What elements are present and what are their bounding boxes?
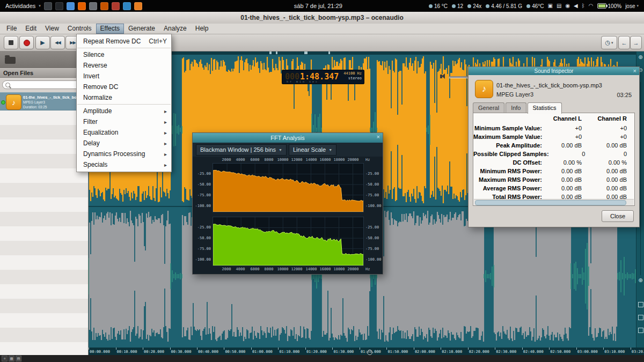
pane-splitter-handle[interactable] — [367, 350, 372, 355]
overview-strip[interactable] — [89, 51, 644, 55]
fft-db-label: -100.00 — [195, 204, 211, 208]
history-button[interactable]: ◷▾ — [601, 36, 617, 49]
cpu-indicator-text: 24x — [473, 3, 481, 9]
sound-inspector-panel[interactable]: Sound Inspector × ♪ 01-the_hives_-_tick_… — [468, 67, 640, 227]
firefox-icon[interactable] — [78, 2, 86, 10]
globe-icon[interactable]: ◉ — [565, 3, 570, 9]
activities-button[interactable]: Actividades — [0, 3, 39, 9]
battery-indicator[interactable]: 100% — [597, 3, 622, 9]
stats-value-channel-l: 0.00 dB — [544, 168, 589, 174]
rail-button[interactable] — [638, 302, 643, 307]
close-icon[interactable]: × — [633, 68, 636, 74]
disk-icon[interactable]: ▤ — [557, 3, 561, 9]
ruler-label: 01:30.000 — [333, 350, 354, 354]
effects-menu-item-amplitude[interactable]: Amplitude▸ — [77, 106, 171, 116]
temperature-indicator[interactable]: 46°C — [526, 3, 544, 9]
effects-menu-item-normalize[interactable]: Normalize — [77, 92, 171, 103]
ruler-label: 00:00.000 — [90, 350, 110, 354]
memory-indicator[interactable]: 4.46 / 5.81 G — [486, 3, 522, 9]
submenu-arrow-icon: ▸ — [164, 141, 167, 146]
temperature-indicator-text: 46°C — [532, 3, 544, 9]
terminal-icon[interactable] — [55, 2, 63, 10]
menubar-item-analyze[interactable]: Analyze — [159, 24, 191, 34]
mail-indicator[interactable]: 12 — [452, 3, 463, 9]
zoom-in-icon[interactable]: ⊕ — [636, 54, 644, 61]
fft-analysis-window[interactable]: FFT Analysis × Blackman Window | 256 bin… — [192, 132, 383, 275]
effects-menu-item-repeat-remove-dc[interactable]: Repeat Remove DCCtrl+Y — [77, 36, 171, 47]
effects-menu-item-silence[interactable]: Silence — [77, 49, 171, 60]
download-manager-icon[interactable] — [112, 2, 120, 10]
zoom-fit-icon[interactable]: ⊕ — [636, 277, 644, 284]
chat-app-icon[interactable] — [123, 2, 131, 10]
inspector-titlebar[interactable]: Sound Inspector × — [469, 67, 639, 75]
rail-button[interactable] — [638, 328, 643, 333]
time-units: hr min sec — [287, 80, 319, 83]
fft-db-label: -50.00 — [365, 236, 382, 240]
navigate-forward-button[interactable]: → — [630, 36, 642, 49]
search-input[interactable] — [12, 82, 83, 88]
effects-menu-item-specials[interactable]: Specials▸ — [77, 159, 171, 170]
wifi-icon[interactable]: ◠ — [589, 3, 594, 9]
user-menu[interactable]: jose ▾ — [625, 3, 642, 9]
effects-menu-item-reverse[interactable]: Reverse — [77, 60, 171, 71]
music-player-icon[interactable] — [100, 2, 108, 10]
rail-button[interactable] — [638, 315, 643, 320]
tab-general[interactable]: General — [473, 102, 504, 113]
stats-value-channel-r: 0 — [592, 151, 634, 157]
menubar-item-controls[interactable]: Controls — [63, 24, 96, 34]
fft-window-selector[interactable]: Blackman Window | 256 bins ▼ — [196, 144, 287, 156]
effects-menu-item-filter[interactable]: Filter▸ — [77, 116, 171, 127]
menubar-item-help[interactable]: Help — [191, 24, 213, 34]
gimp-icon[interactable] — [89, 2, 97, 10]
effects-menu-item-remove-dc[interactable]: Remove DC — [77, 82, 171, 92]
ruler-label: 03:10.000 — [604, 350, 625, 354]
record-button[interactable] — [19, 36, 34, 49]
window-titlebar[interactable]: 01-the_hives_-_tick_tick_boom-ysp.mp3 – … — [0, 12, 644, 24]
tab-info[interactable]: Info — [506, 102, 526, 113]
grid-view-icon[interactable]: ▦ — [9, 356, 14, 361]
folder-icon[interactable] — [5, 57, 16, 64]
fft-window-selector-label: Blackman Window | 256 bins — [200, 146, 276, 153]
weather-indicator[interactable]: 16 °C — [429, 3, 448, 9]
play-button[interactable]: ▶ — [35, 36, 50, 49]
stats-horizontal-scrollbar[interactable] — [474, 199, 634, 205]
ruler-tick — [170, 348, 171, 350]
time-display[interactable]: 000 1:48.347 hr min sec 44100 Hz stereo — [282, 70, 364, 84]
media-player-icon[interactable] — [134, 2, 142, 10]
timeline-ruler[interactable]: 00:00.00000:10.00000:20.00000:30.00000:4… — [89, 348, 644, 355]
menubar-item-view[interactable]: View — [41, 24, 63, 34]
window-list-icon[interactable] — [44, 2, 52, 10]
effects-menu-item-invert[interactable]: Invert — [77, 71, 171, 82]
menubar-item-generate[interactable]: Generate — [124, 24, 159, 34]
stats-value-channel-r: 0.00 dB — [589, 142, 634, 149]
rewind-button[interactable]: ◀◀ — [50, 36, 65, 49]
cpu-indicator[interactable]: 24x — [467, 3, 481, 9]
effects-menu-item-delay[interactable]: Delay▸ — [77, 138, 171, 149]
zoom-slider-track[interactable] — [640, 82, 641, 275]
system-clock[interactable]: sáb 7 de jul, 21:29 — [294, 0, 342, 12]
chrome-icon[interactable] — [67, 2, 75, 10]
open-file-list-item[interactable]: ♪ 01-the_hives_-_tick_tick_bo... MPEG La… — [0, 92, 89, 110]
fft-window-titlebar[interactable]: FFT Analysis × — [193, 133, 383, 143]
navigate-back-button[interactable]: ← — [618, 36, 630, 49]
menu-item-label: Amplitude — [83, 107, 164, 115]
stop-button[interactable] — [4, 36, 18, 49]
fft-scale-selector[interactable]: Linear Scale ▼ — [289, 144, 336, 156]
effects-menu-item-dynamics-processing[interactable]: Dynamics Processing▸ — [77, 149, 171, 159]
close-icon[interactable]: × — [377, 134, 380, 140]
fft-plot-channel-l — [213, 163, 364, 212]
menubar-item-effects[interactable]: Effects — [96, 24, 124, 34]
menubar-item-edit[interactable]: Edit — [21, 24, 41, 34]
volume-icon[interactable]: ◀ — [574, 3, 578, 9]
close-button[interactable]: Close — [602, 210, 634, 222]
tray-icons — [44, 2, 142, 10]
tab-statistics[interactable]: Statistics — [528, 102, 562, 114]
effects-menu-item-equalization[interactable]: Equalization▸ — [77, 127, 171, 138]
bluetooth-icon[interactable]: ᛒ — [582, 3, 585, 9]
camera-icon[interactable]: ▣ — [547, 3, 552, 9]
scrollbar-thumb[interactable] — [475, 200, 626, 205]
list-view-icon[interactable]: ≡ — [2, 356, 8, 361]
menubar-item-file[interactable]: File — [2, 24, 21, 34]
panel-view-icon[interactable]: ▤ — [16, 356, 21, 361]
fft-db-label: -50.00 — [365, 182, 382, 187]
